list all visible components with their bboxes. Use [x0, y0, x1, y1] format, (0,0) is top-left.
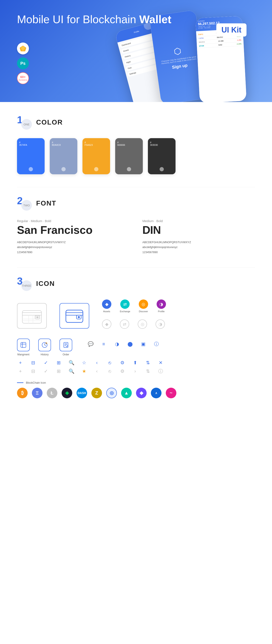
star-active-icon: ★: [81, 368, 88, 375]
icon-section-header: 3 THREE ICON: [17, 276, 255, 291]
color-title: COLOR: [36, 118, 63, 126]
swatch-dark: #303030: [148, 138, 176, 174]
hero-title: Mobile UI for Blockchain Wallet: [17, 13, 171, 26]
screens-badge: 60+ Screens: [17, 72, 29, 84]
dash-icon: DASH: [76, 388, 87, 398]
wallet-colored-icon: [60, 303, 89, 328]
font-din: Medium · Bold DIN ABCDEFGHIJKLMNOPQRSTUV…: [142, 219, 255, 254]
circle-icon: ⬤: [127, 341, 134, 348]
svg-text:!: !: [46, 343, 46, 344]
management-icon: [17, 338, 30, 351]
divider-1: [17, 187, 255, 187]
color-section-number: 1 ONE: [17, 115, 32, 130]
exchange-outline-icon: ⇄: [120, 320, 129, 329]
stratis-icon: ∧: [151, 388, 162, 398]
discover-outline-icon: ◎: [138, 320, 147, 329]
plus-gray-icon: +: [17, 368, 24, 375]
plus-icon: +: [17, 360, 24, 366]
small-icons-row-1: + ⊟ ✓ ⊞ 🔍 ☆ ‹ ⎋ ⚙ ⬆ ⇅ ✕: [17, 360, 255, 366]
font-sf: Regular · Medium · Bold San Francisco AB…: [17, 219, 130, 254]
list-gray-icon: ⊟: [30, 368, 36, 375]
check-icon: ✓: [42, 360, 49, 366]
tab-icons-row-active: ◆ Assets ⇄ Exchange ◎ Discover ◑ Profile: [102, 300, 166, 313]
check-gray-icon: ✓: [42, 368, 49, 375]
svg-point-5: [37, 317, 38, 318]
icon-section: ◆ Assets ⇄ Exchange ◎ Discover ◑ Profile: [17, 300, 255, 398]
settings-gray-icon: ⚙: [119, 368, 126, 375]
assets-icon: ◆: [102, 300, 111, 309]
star-icon: ☆: [81, 360, 88, 366]
font-section-number: 2 TWO: [17, 196, 32, 211]
management-icon-item: Mangment: [17, 338, 30, 356]
color-swatches: #3574FA #8DA0C8 #F5A623 #666666 #303030: [17, 138, 255, 174]
neo-icon: ◈: [62, 388, 72, 398]
litecoin-icon: Ł: [47, 388, 58, 398]
swap-icon: ⇅: [144, 360, 151, 366]
wallet-colored-svg: [65, 308, 84, 324]
small-icons-row-2: + ⊟ ✓ ⊞ 🔍 ★ ‹ ⎋ ⚙ › ⇅ ⓘ: [17, 368, 255, 375]
font-section: Regular · Medium · Bold San Francisco AB…: [17, 219, 255, 254]
ark-icon: ▲: [121, 388, 132, 398]
coin-row: ₿ Ξ Ł ◈ DASH Z ◎ ▲ ◆ ∧ ~: [17, 388, 255, 398]
svg-rect-14: [21, 342, 26, 348]
discover-icon: ◎: [139, 300, 148, 309]
history-icon-item: ! History: [38, 338, 51, 356]
forward-gray-icon: ›: [132, 368, 138, 375]
search-gray-icon: 🔍: [68, 368, 75, 375]
profile-icon-item: ◑ Profile: [156, 300, 166, 313]
stack-icon: ≡: [100, 341, 107, 348]
tab-icons-row-outline: ◆ ⇄ ◎ ◑: [102, 320, 166, 329]
svg-rect-3: [22, 313, 42, 315]
assets-outline-icon: ◆: [102, 320, 111, 329]
close-icon: ✕: [157, 360, 164, 366]
font-title: FONT: [36, 199, 56, 207]
misc-icons-row-1: 💬 ≡ ◑ ⬤ ▣ ⓘ: [87, 341, 160, 348]
blockchain-line: [17, 382, 24, 383]
misc-icons-col: 💬 ≡ ◑ ⬤ ▣ ⓘ: [87, 338, 160, 350]
blockchain-label: BlockChain Icon: [26, 381, 46, 384]
ps-badge: Ps: [17, 58, 29, 69]
quantum-icon: ◎: [106, 388, 117, 398]
app-icons-row: Mangment ! History: [17, 338, 255, 356]
stellar-icon: ~: [166, 388, 176, 398]
icon-main-row: ◆ Assets ⇄ Exchange ◎ Discover ◑ Profile: [17, 300, 255, 332]
swatch-orange: #F5A623: [82, 138, 110, 174]
blockchain-section: BlockChain Icon ₿ Ξ Ł ◈ DASH Z ◎ ▲ ◆ ∧ ~: [17, 381, 255, 398]
color-section-header: 1 ONE COLOR: [17, 115, 255, 130]
moon-icon: ◑: [114, 341, 120, 348]
badges-column: Ps 60+ Screens: [17, 42, 29, 84]
tab-icons-group: ◆ Assets ⇄ Exchange ◎ Discover ◑ Profile: [102, 300, 166, 332]
svg-point-13: [78, 316, 80, 318]
info-gray-icon: ⓘ: [157, 368, 164, 375]
hero-text: Mobile UI for Blockchain Wallet: [17, 13, 171, 26]
profile-icon: ◑: [156, 300, 166, 309]
bitcoin-icon: ₿: [17, 388, 28, 398]
message-icon: ▣: [140, 341, 146, 348]
small-icons-section: + ⊟ ✓ ⊞ 🔍 ☆ ‹ ⎋ ⚙ ⬆ ⇅ ✕ + ⊟ ✓ ⊞ 🔍 ★ ‹: [17, 360, 255, 375]
settings-icon: ⚙: [119, 360, 126, 366]
discover-icon-item: ◎ Discover: [139, 300, 148, 313]
back-gray-icon: ‹: [94, 368, 100, 375]
swatch-blue: #3574FA: [17, 138, 44, 174]
chat-icon: 💬: [87, 341, 94, 348]
grid-icon: ⊞: [55, 360, 62, 366]
swatch-gray: #666666: [115, 138, 143, 174]
share-icon: ⎋: [106, 360, 113, 366]
swatch-gray-blue: #8DA0C8: [50, 138, 77, 174]
assets-icon-item: ◆ Assets: [102, 300, 111, 313]
hero-section: Mobile UI for Blockchain Wallet UI Kit P…: [0, 0, 272, 102]
order-icon-item: Order: [60, 338, 72, 356]
swap-gray-icon: ⇅: [144, 368, 151, 375]
ui-kit-badge: UI Kit: [216, 24, 246, 36]
svg-rect-11: [66, 313, 83, 315]
back-icon: ‹: [94, 360, 100, 366]
zcash-icon: Z: [92, 388, 102, 398]
upload-icon: ⬆: [132, 360, 138, 366]
exchange-icon-item: ⇄ Exchange: [120, 300, 130, 313]
sketch-badge: [17, 42, 29, 54]
list-icon: ⊟: [30, 360, 36, 366]
waves-icon: ◆: [136, 388, 146, 398]
icon-title: ICON: [36, 280, 55, 288]
grid-gray-icon: ⊞: [55, 368, 62, 375]
wallet-wireframe-icon: [17, 303, 47, 328]
